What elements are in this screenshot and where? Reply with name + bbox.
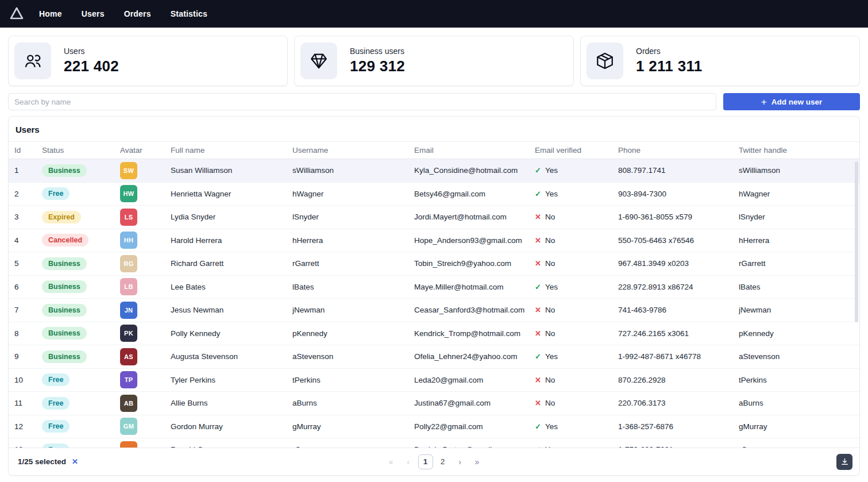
- nav-item-orders[interactable]: Orders: [124, 9, 151, 18]
- check-icon: ✓: [535, 166, 545, 175]
- cell-twitter-handle: aBurns: [739, 399, 859, 407]
- plus-icon: +: [761, 97, 767, 107]
- table-row[interactable]: 12FreeGMGordon MurraygMurrayPolly22@gmai…: [9, 415, 859, 439]
- nav-item-users[interactable]: Users: [82, 9, 105, 18]
- avatar: JN: [120, 302, 137, 319]
- col-header-phone: Phone: [618, 146, 739, 155]
- cell-username: pKennedy: [292, 329, 414, 338]
- add-new-user-button[interactable]: + Add new user: [723, 93, 860, 110]
- cell-username: aBurns: [292, 399, 414, 407]
- nav-links: Home Users Orders Statistics: [39, 9, 207, 18]
- status-badge: Business: [42, 327, 87, 340]
- cell-phone: 903-894-7300: [618, 190, 739, 198]
- cell-email-verified: ✕No: [535, 399, 618, 407]
- status-badge: Free: [42, 187, 70, 200]
- table-row[interactable]: 8BusinessPKPolly KennedypKennedyKendrick…: [9, 322, 859, 346]
- page-button[interactable]: 2: [435, 454, 450, 469]
- nav-item-home[interactable]: Home: [39, 9, 62, 18]
- cell-username: hWagner: [292, 190, 414, 198]
- cell-avatar: LB: [120, 278, 171, 295]
- cell-email: Tobin_Streich9@yahoo.com: [414, 259, 535, 268]
- cell-phone: 727.246.2165 x3061: [618, 329, 739, 338]
- cell-phone: 1-992-487-8671 x46778: [618, 352, 739, 361]
- download-button[interactable]: [836, 454, 852, 470]
- cell-id: 9: [14, 352, 42, 361]
- cell-avatar: RG: [120, 255, 171, 272]
- selected-count-label: 1/25 selected: [18, 457, 66, 466]
- cell-twitter-handle: aStevenson: [739, 352, 859, 361]
- cell-email-verified: ✕No: [535, 236, 618, 245]
- table-title: Users: [9, 117, 859, 141]
- cross-icon: ✕: [535, 306, 545, 314]
- col-header-id: Id: [14, 146, 42, 155]
- cell-email: Kendrick_Tromp@hotmail.com: [414, 329, 535, 338]
- cell-username: aStevenson: [292, 352, 414, 361]
- first-page-button[interactable]: «: [384, 454, 399, 469]
- col-header-email-verified: Email verified: [535, 146, 618, 155]
- table-row[interactable]: 6BusinessLBLee BateslBatesMaye.Miller@ho…: [9, 276, 859, 299]
- table-row[interactable]: 5BusinessRGRichard GarrettrGarrettTobin_…: [9, 252, 859, 276]
- search-input[interactable]: [8, 93, 716, 110]
- cell-avatar: HW: [120, 185, 171, 202]
- avatar: AB: [120, 395, 137, 412]
- cell-id: 5: [14, 259, 42, 268]
- cell-phone: 220.706.3173: [618, 399, 739, 407]
- avatar: LS: [120, 209, 137, 226]
- table-row[interactable]: 10FreeTPTyler PerkinstPerkinsLeda20@gmai…: [9, 369, 859, 392]
- cell-twitter-handle: hHerrera: [739, 236, 859, 245]
- cell-email: Ceasar_Sanford3@hotmail.com: [414, 306, 535, 314]
- cell-email-verified: ✕No: [535, 329, 618, 338]
- table-row[interactable]: 13FreeRCRonald CaseyrCaseyDaniela.Barton…: [9, 438, 859, 448]
- search-row: + Add new user: [8, 93, 860, 110]
- status-badge: Business: [42, 304, 87, 317]
- table-row[interactable]: 9BusinessASAugusta StevensonaStevensonOf…: [9, 345, 859, 369]
- cell-email: Leda20@gmail.com: [414, 376, 535, 384]
- table-scrollbar[interactable]: [855, 161, 858, 322]
- cell-email-verified: ✓Yes: [535, 422, 618, 431]
- status-badge: Cancelled: [42, 234, 88, 246]
- table-row[interactable]: 11FreeABAllie BurnsaBurnsJustina67@gmail…: [9, 392, 859, 415]
- nav-item-statistics[interactable]: Statistics: [171, 9, 207, 18]
- app-logo[interactable]: [7, 4, 26, 24]
- cell-email-verified: ✓Yes: [535, 352, 618, 361]
- cell-id: 12: [14, 422, 42, 431]
- add-new-user-label: Add new user: [771, 98, 823, 106]
- avatar: SW: [120, 162, 137, 179]
- top-navbar: Home Users Orders Statistics: [0, 0, 868, 28]
- cell-id: 2: [14, 190, 42, 198]
- cell-email-verified: ✓Yes: [535, 166, 618, 175]
- stat-card-business-users: Business users 129 312: [294, 36, 574, 86]
- table-row[interactable]: 3ExpiredLSLydia SnyderlSnyderJordi.Mayer…: [9, 206, 859, 229]
- cell-twitter-handle: lSnyder: [739, 213, 859, 221]
- page-button[interactable]: 1: [418, 454, 433, 469]
- next-page-button[interactable]: ›: [453, 454, 468, 469]
- cell-twitter-handle: pKennedy: [739, 329, 859, 338]
- stat-label: Users: [64, 47, 119, 56]
- stat-card-users: Users 221 402: [8, 36, 288, 86]
- check-icon: ✓: [535, 352, 545, 361]
- cell-full-name: Harold Herrera: [171, 236, 292, 245]
- diamond-icon: [300, 43, 337, 79]
- table-row[interactable]: 2FreeHWHenrietta WagnerhWagnerBetsy46@gm…: [9, 183, 859, 206]
- stat-label: Orders: [636, 47, 703, 56]
- avatar: TP: [120, 371, 137, 388]
- clear-selection-icon[interactable]: ✕: [72, 457, 78, 466]
- status-badge: Expired: [42, 211, 81, 223]
- table-row[interactable]: 4CancelledHHHarold HerrerahHerreraHope_A…: [9, 229, 859, 253]
- triangle-logo-icon: [9, 6, 24, 21]
- cell-full-name: Jesus Newman: [171, 306, 292, 314]
- table-row[interactable]: 7BusinessJNJesus NewmanjNewmanCeasar_San…: [9, 299, 859, 322]
- cell-avatar: JN: [120, 302, 171, 319]
- table-row[interactable]: 1BusinessSWSusan WilliamsonsWilliamsonKy…: [9, 159, 859, 183]
- package-icon: [587, 43, 623, 79]
- cell-email: Maye.Miller@hotmail.com: [414, 283, 535, 291]
- last-page-button[interactable]: »: [470, 454, 485, 469]
- cell-status: Business: [42, 164, 120, 177]
- pagination: « ‹ 12 › »: [384, 454, 485, 469]
- cell-twitter-handle: tPerkins: [739, 376, 859, 384]
- cell-id: 3: [14, 213, 42, 221]
- cell-phone: 808.797.1741: [618, 166, 739, 175]
- selection-summary: 1/25 selected ✕: [18, 457, 78, 466]
- prev-page-button[interactable]: ‹: [401, 454, 416, 469]
- cell-phone: 870.226.2928: [618, 376, 739, 384]
